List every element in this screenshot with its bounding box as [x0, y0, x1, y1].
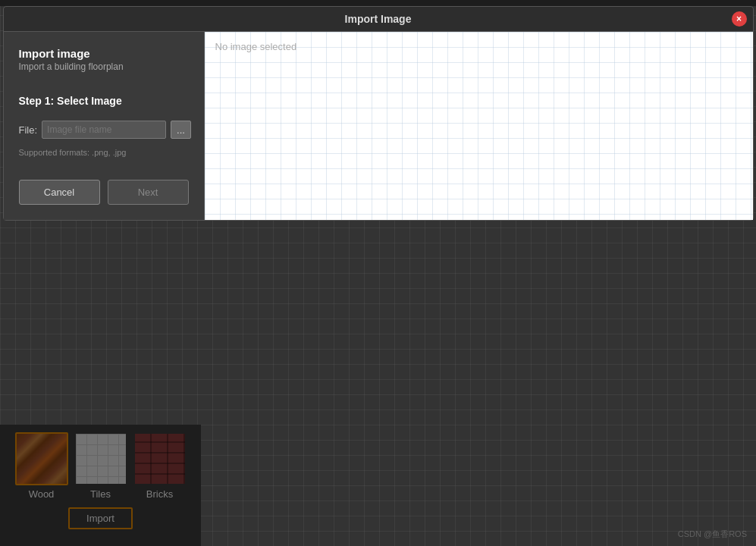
file-label: File: — [19, 124, 38, 136]
file-row: File: ... — [19, 121, 189, 139]
import-image-subtitle: Import a building floorplan — [19, 61, 189, 72]
canvas-grid — [205, 32, 753, 220]
next-button[interactable]: Next — [108, 180, 189, 205]
import-image-modal: Import Image × Import image Import a bui… — [3, 6, 754, 221]
step-title: Step 1: Select Image — [19, 95, 189, 107]
browse-button[interactable]: ... — [171, 121, 191, 139]
modal-body: Import image Import a building floorplan… — [4, 32, 753, 220]
canvas-panel: No image selected — [205, 32, 753, 220]
import-image-title: Import image — [19, 47, 189, 60]
supported-formats: Supported formats: .png, .jpg — [19, 148, 189, 157]
no-image-text: No image selected — [215, 41, 297, 52]
cancel-button[interactable]: Cancel — [19, 180, 100, 205]
modal-overlay: Import Image × Import image Import a bui… — [0, 0, 756, 546]
button-row: Cancel Next — [19, 180, 189, 205]
modal-title: Import Image — [345, 13, 412, 25]
left-panel: Import image Import a building floorplan… — [4, 32, 205, 220]
file-input[interactable] — [42, 121, 166, 139]
modal-close-button[interactable]: × — [732, 11, 747, 27]
modal-header: Import Image × — [4, 7, 753, 32]
